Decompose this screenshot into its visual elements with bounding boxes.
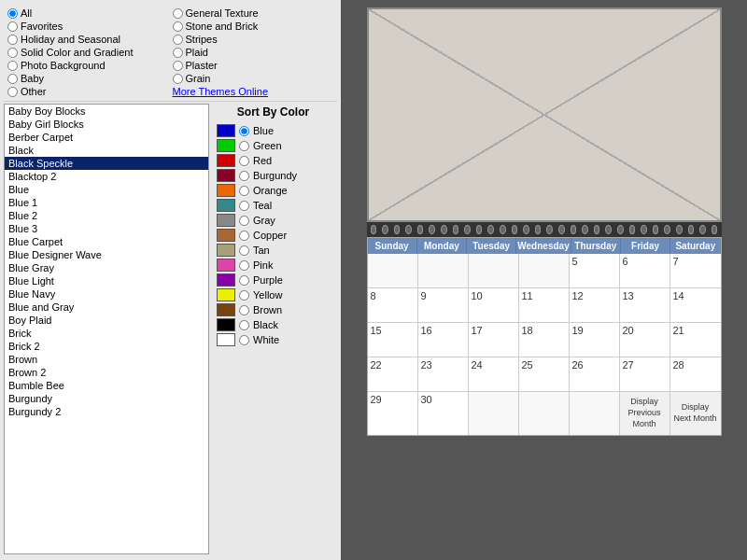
category-plaster-radio[interactable]: [173, 61, 183, 71]
category-plaid[interactable]: Plaid: [173, 47, 334, 58]
more-themes-link[interactable]: More Themes Online: [173, 86, 269, 97]
color-radio-brown[interactable]: [239, 305, 249, 315]
color-radio-tan[interactable]: [239, 245, 249, 256]
category-favorites-radio[interactable]: [7, 21, 18, 32]
calendar-row: 22 23 24 25 26 27 28: [368, 357, 721, 392]
list-item[interactable]: Blue and Gray: [5, 301, 208, 314]
color-radio-copper[interactable]: [239, 231, 249, 241]
color-item-blue[interactable]: Blue: [217, 124, 330, 137]
list-item[interactable]: Brown 2: [5, 366, 208, 379]
list-item[interactable]: Bumble Bee: [5, 379, 208, 392]
color-radio-pink[interactable]: [239, 260, 249, 271]
color-radio-yellow[interactable]: [239, 290, 249, 301]
color-item-gray[interactable]: Gray: [217, 214, 330, 227]
more-themes-link-container[interactable]: More Themes Online: [173, 86, 334, 97]
cal-cell-30: 30: [418, 392, 469, 435]
list-item[interactable]: Berber Carpet: [5, 131, 208, 144]
color-swatch-purple: [217, 273, 235, 287]
category-other-radio[interactable]: [7, 87, 18, 97]
category-stone-brick[interactable]: Stone and Brick: [173, 21, 334, 32]
color-radio-gray[interactable]: [239, 216, 249, 226]
list-item[interactable]: Burgundy 2: [5, 405, 208, 418]
display-next-month-button[interactable]: Display Next Month: [670, 392, 721, 435]
theme-list[interactable]: Baby Boy Blocks Baby Girl Blocks Berber …: [4, 104, 209, 554]
category-plaster[interactable]: Plaster: [173, 60, 334, 71]
list-item[interactable]: Brown: [5, 353, 208, 366]
color-radio-red[interactable]: [239, 156, 249, 166]
list-item[interactable]: Blue Designer Wave: [5, 248, 208, 261]
category-photo-radio[interactable]: [7, 61, 18, 71]
color-swatch-blue: [217, 124, 235, 137]
category-other[interactable]: Other: [7, 86, 169, 97]
color-item-burgundy[interactable]: Burgundy: [217, 169, 330, 182]
category-photo-bg[interactable]: Photo Background: [7, 60, 169, 71]
category-solid-color[interactable]: Solid Color and Gradient: [7, 47, 169, 58]
color-item-pink[interactable]: Pink: [217, 259, 330, 272]
list-item[interactable]: Blue 1: [5, 196, 208, 209]
cal-cell-24: 24: [469, 357, 519, 391]
color-item-teal[interactable]: Teal: [217, 199, 330, 212]
list-item[interactable]: Boy Plaid: [5, 314, 208, 327]
list-item[interactable]: Blue Carpet: [5, 235, 208, 248]
color-label-pink: Pink: [253, 259, 273, 271]
calendar-body: 5 6 7 8 9 10 11 12 13 14 15 16 17 18 19: [368, 254, 721, 435]
list-item[interactable]: Burgundy: [5, 392, 208, 405]
list-item-selected[interactable]: Black Speckle: [5, 157, 208, 170]
color-item-red[interactable]: Red: [217, 154, 330, 167]
list-item[interactable]: Baby Girl Blocks: [5, 118, 208, 131]
color-radio-blue[interactable]: [239, 126, 249, 136]
category-baby-radio[interactable]: [7, 74, 18, 84]
category-holiday-radio[interactable]: [7, 35, 18, 45]
color-radio-purple[interactable]: [239, 275, 249, 286]
category-general-texture-radio[interactable]: [173, 8, 183, 19]
category-favorites[interactable]: Favorites: [7, 21, 169, 32]
list-item[interactable]: Brick: [5, 327, 208, 340]
color-radio-orange[interactable]: [239, 186, 249, 196]
list-item[interactable]: Baby Boy Blocks: [5, 105, 208, 118]
list-item[interactable]: Blue 2: [5, 209, 208, 222]
list-item[interactable]: Blue Light: [5, 274, 208, 287]
list-item[interactable]: Blacktop 2: [5, 170, 208, 183]
color-radio-burgundy[interactable]: [239, 171, 249, 181]
color-item-white[interactable]: White: [217, 333, 330, 346]
color-item-tan[interactable]: Tan: [217, 244, 330, 257]
color-item-brown[interactable]: Brown: [217, 303, 330, 316]
list-item[interactable]: Brick 2: [5, 340, 208, 353]
category-grain[interactable]: Grain: [173, 73, 334, 84]
spiral-dot: [464, 225, 471, 234]
cal-header-sunday: Sunday: [368, 238, 417, 254]
color-radio-teal[interactable]: [239, 201, 249, 211]
cal-cell-12: 12: [570, 288, 620, 322]
category-general-texture[interactable]: General Texture: [173, 7, 334, 19]
color-item-purple[interactable]: Purple: [217, 273, 330, 287]
list-item[interactable]: Blue: [5, 183, 208, 196]
category-stone-brick-radio[interactable]: [173, 21, 183, 32]
cal-cell-20: 20: [620, 323, 670, 357]
display-previous-month-button[interactable]: Display Previous Month: [620, 392, 670, 435]
spiral-dot: [605, 225, 612, 234]
list-item[interactable]: Blue 3: [5, 222, 208, 235]
list-item[interactable]: Blue Gray: [5, 261, 208, 274]
category-grain-radio[interactable]: [173, 74, 183, 84]
category-solid-radio[interactable]: [7, 48, 18, 58]
color-radio-green[interactable]: [239, 141, 249, 151]
color-item-yellow[interactable]: Yellow: [217, 288, 330, 301]
category-all-radio[interactable]: [7, 8, 18, 19]
spiral-dot: [617, 225, 624, 234]
category-all[interactable]: All: [7, 7, 169, 19]
color-item-orange[interactable]: Orange: [217, 184, 330, 197]
category-stripes[interactable]: Stripes: [173, 34, 334, 45]
color-item-black[interactable]: Black: [217, 318, 330, 331]
category-plaid-radio[interactable]: [173, 48, 183, 58]
color-item-copper[interactable]: Copper: [217, 229, 330, 242]
list-item[interactable]: Blue Navy: [5, 287, 208, 301]
color-radio-white[interactable]: [239, 335, 249, 345]
category-baby[interactable]: Baby: [7, 73, 169, 84]
list-item[interactable]: Black: [5, 144, 208, 157]
category-holiday[interactable]: Holiday and Seasonal: [7, 34, 169, 45]
category-grain-label: Grain: [186, 73, 211, 84]
cal-cell: [519, 254, 570, 287]
color-radio-black[interactable]: [239, 320, 249, 330]
category-stripes-radio[interactable]: [173, 35, 183, 45]
color-item-green[interactable]: Green: [217, 139, 330, 152]
